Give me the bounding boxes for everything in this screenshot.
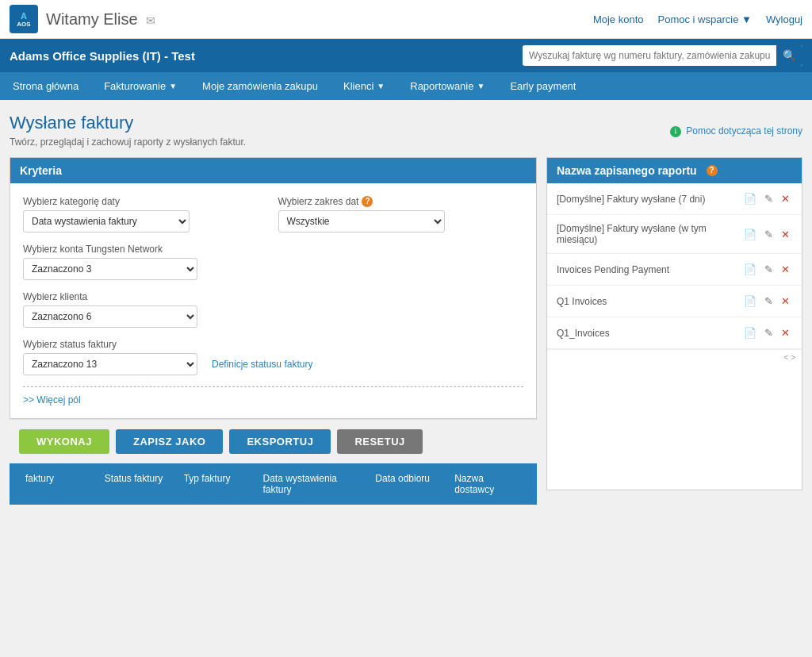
report-actions: 📄 ✎ ✕ [741,262,792,277]
copy-icon[interactable]: 📄 [741,227,759,242]
delete-icon[interactable]: ✕ [779,325,792,340]
right-panel: Nazwa zapisanego raportu ? [Domyślne] Fa… [546,157,802,505]
search-input[interactable] [523,46,776,65]
status-def-link[interactable]: Definicje statusu faktury [212,359,312,370]
report-actions: 📄 ✎ ✕ [741,294,792,309]
date-range-select[interactable]: Wszystkie [278,210,445,232]
date-category-label: Wybierz kategorię daty [23,196,269,207]
page-header: Wysłane faktury Twórz, przeglądaj i zach… [10,113,802,148]
copy-icon[interactable]: 📄 [741,325,759,340]
main-grid: Kryteria Wybierz kategorię daty Data wys… [10,157,802,505]
network-row: Wybierz konta Tungsten Network Zaznaczon… [23,244,523,280]
question-icon[interactable]: ? [362,196,373,207]
copy-icon[interactable]: 📄 [741,294,759,309]
info-icon: i [670,126,681,137]
nav-item-fakturowanie[interactable]: Fakturowanie ▼ [91,72,190,100]
more-fields-link[interactable]: >> Więcej pól [23,394,81,405]
nav-item-home[interactable]: Strona główna [0,72,91,100]
help-link[interactable]: i Pomoc dotycząca tej strony [670,125,802,137]
col-typ: Typ faktury [178,470,257,498]
page-content: Wysłane faktury Twórz, przeglądaj i zach… [0,100,812,517]
report-item: [Domyślne] Faktury wysłane (w tym miesią… [547,215,802,254]
nav-item-raportowanie[interactable]: Raportowanie ▼ [397,72,497,100]
criteria-panel-header: Kryteria [10,158,536,183]
col-data-odb: Data odbioru [369,470,448,498]
nav-item-early-payment[interactable]: Early payment [497,72,588,100]
client-select[interactable]: Zaznaczono 6 [23,305,197,328]
chevron-down-icon-2: ▼ [377,82,385,90]
status-row: Wybierz status faktury Zaznaczono 13 Def… [23,339,523,375]
logo-letter: A [21,11,27,21]
delete-icon[interactable]: ✕ [779,262,792,277]
top-header: A AOS Witamy Elise ✉ Moje konto Pomoc i … [0,0,812,39]
question-icon-2[interactable]: ? [707,165,718,176]
criteria-panel-body: Wybierz kategorię daty Data wystawienia … [10,183,536,418]
col-status: Status faktury [98,470,178,498]
date-range-label: Wybierz zakres dat ? [278,196,524,207]
edit-icon[interactable]: ✎ [762,262,776,277]
client-row: Wybierz klienta Zaznaczono 6 [23,291,523,328]
network-label: Wybierz konta Tungsten Network [23,244,523,255]
chevron-down-icon: ▼ [169,82,177,90]
results-area: faktury Status faktury Typ faktury Data … [10,463,537,505]
report-item: Q1 Invoices 📄 ✎ ✕ [547,286,802,317]
client-label: Wybierz klienta [23,291,523,302]
brand-name: Adams Office Supplies (IT) - Test [10,49,195,63]
report-actions: 📄 ✎ ✕ [741,325,792,340]
resize-handle[interactable]: < > [547,349,802,365]
copy-icon[interactable]: 📄 [741,191,759,206]
email-icon: ✉ [146,14,155,27]
welcome-text: Witamy Elise ✉ [46,10,155,29]
saved-reports-header: Nazwa zapisanego raportu ? [547,158,802,183]
date-range-row: Wybierz zakres dat ? Wszystkie [278,196,524,232]
my-account-link[interactable]: Moje konto [593,13,644,25]
reset-button[interactable]: RESETUJ [337,429,422,454]
header-right: Moje konto Pomoc i wsparcie ▼ Wyloguj [593,13,802,25]
edit-icon[interactable]: ✎ [762,325,776,340]
results-header: faktury Status faktury Typ faktury Data … [10,463,537,505]
left-panel: Kryteria Wybierz kategorię daty Data wys… [10,157,537,505]
edit-icon[interactable]: ✎ [762,191,776,206]
criteria-panel: Kryteria Wybierz kategorię daty Data wys… [10,157,537,419]
delete-icon[interactable]: ✕ [779,227,792,242]
dropdown-arrow: ▼ [741,13,752,25]
report-item: [Domyślne] Faktury wysłane (7 dni) 📄 ✎ ✕ [547,183,802,215]
chevron-down-icon-3: ▼ [477,82,485,90]
col-dostawca: Nazwa dostawcy [448,470,527,498]
report-actions: 📄 ✎ ✕ [741,227,792,242]
execute-button[interactable]: WYKONAJ [19,429,109,454]
logo-area: A AOS Witamy Elise ✉ [10,5,155,33]
date-category-select[interactable]: Data wystawienia faktury [23,210,190,232]
delete-icon[interactable]: ✕ [779,191,792,206]
brand-bar: Adams Office Supplies (IT) - Test 🔍 [0,39,812,72]
buttons-row: WYKONAJ ZAPISZ JAKO EKSPORTUJ RESETUJ [10,419,537,463]
page-subtitle: Twórz, przeglądaj i zachowuj raporty z w… [10,136,802,148]
search-box: 🔍 [523,45,802,66]
edit-icon[interactable]: ✎ [762,227,776,242]
logo: A AOS [10,5,38,33]
search-button[interactable]: 🔍 [776,45,802,66]
help-support-link[interactable]: Pomoc i wsparcie ▼ [658,13,752,25]
delete-icon[interactable]: ✕ [779,294,792,309]
status-select[interactable]: Zaznaczono 13 [23,353,197,375]
export-button[interactable]: EKSPORTUJ [229,429,331,454]
saved-reports-panel: Nazwa zapisanego raportu ? [Domyślne] Fa… [546,157,802,490]
nav-item-zamowienia[interactable]: Moje zamówienia zakupu [190,72,331,100]
network-select[interactable]: Zaznaczono 3 [23,258,197,280]
nav-item-klienci[interactable]: Klienci ▼ [331,72,397,100]
report-actions: 📄 ✎ ✕ [741,191,792,206]
date-row: Wybierz kategorię daty Data wystawienia … [23,196,523,244]
report-item: Invoices Pending Payment 📄 ✎ ✕ [547,254,802,286]
save-as-button[interactable]: ZAPISZ JAKO [116,429,223,454]
date-category-row: Wybierz kategorię daty Data wystawienia … [23,196,269,232]
col-data-wyst: Data wystawienia faktury [257,470,370,498]
main-nav: Strona główna Fakturowanie ▼ Moje zamówi… [0,72,812,100]
logout-link[interactable]: Wyloguj [766,13,802,25]
logo-text: AOS [17,21,30,28]
copy-icon[interactable]: 📄 [741,262,759,277]
col-faktury: faktury [19,470,98,498]
report-item: Q1_Invoices 📄 ✎ ✕ [547,317,802,349]
status-label: Wybierz status faktury [23,339,523,350]
edit-icon[interactable]: ✎ [762,294,776,309]
